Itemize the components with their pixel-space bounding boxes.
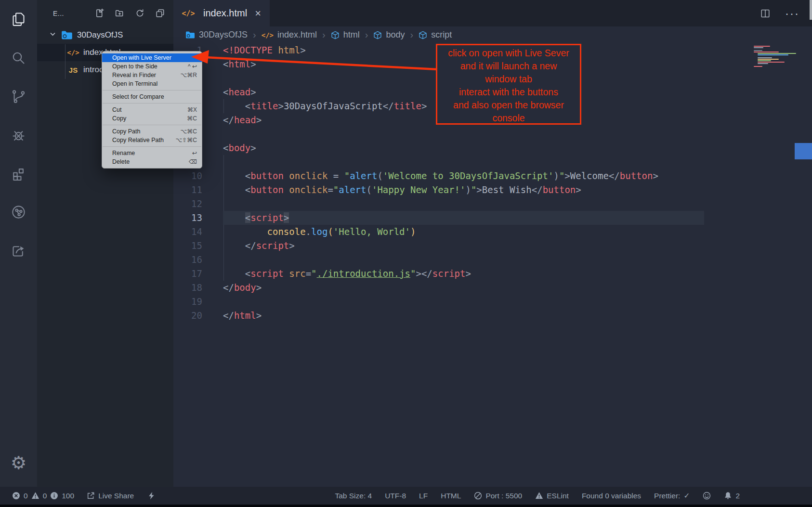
more-actions-icon[interactable]: ··· <box>785 7 799 20</box>
settings-gear-icon[interactable]: ⚙ <box>0 453 37 473</box>
annotation-line: and it will launch a new <box>437 60 580 73</box>
menu-separator <box>103 146 201 147</box>
live-share-status[interactable]: Live Share <box>87 492 134 500</box>
line-number: 19 <box>173 295 202 309</box>
breadcrumb-label: script <box>431 30 452 40</box>
feedback-status[interactable] <box>703 492 711 500</box>
breadcrumb-item-script[interactable]: script <box>419 30 452 40</box>
annotation-line: interact with the buttons <box>437 86 580 99</box>
eol-status[interactable]: LF <box>419 492 428 500</box>
extensions-icon[interactable] <box>0 154 37 193</box>
code-line-12: 12 <box>173 197 812 211</box>
tab-size-status[interactable]: Tab Size: 4 <box>335 492 372 500</box>
menu-separator <box>103 125 201 125</box>
minimap[interactable] <box>754 46 797 67</box>
code-line-18: 18</body> <box>173 281 812 295</box>
code-line-content: </html> <box>223 309 262 323</box>
menu-item-label: Rename <box>112 150 192 156</box>
line-number: 10 <box>173 169 202 183</box>
code-line-14: 14 console.log('Hello, World') <box>173 225 812 239</box>
explorer-icon[interactable] <box>0 0 37 39</box>
html-file-icon: </> <box>67 49 79 56</box>
warning-count: 0 <box>43 492 47 500</box>
code-line-9: 9 <box>173 155 812 169</box>
code-line-19: 19 <box>173 295 812 309</box>
breadcrumb-item-index-html[interactable]: </>index.html <box>262 30 317 40</box>
breadcrumb-separator: › <box>364 29 369 40</box>
minimap-line <box>758 62 785 63</box>
scrollbar-thumb[interactable] <box>810 0 812 20</box>
new-file-icon[interactable] <box>95 9 104 18</box>
menu-item-label: Select for Compare <box>112 93 197 100</box>
breadcrumb-label: 30DaysOfJS <box>199 30 248 40</box>
bell-icon <box>724 492 732 500</box>
prettier-status[interactable]: Prettier:✓ <box>654 492 690 500</box>
search-icon[interactable] <box>0 39 37 77</box>
line-number: 20 <box>173 309 202 323</box>
minimap-line <box>754 52 779 52</box>
code-line-content: </script> <box>223 239 295 253</box>
menu-item-open-with-live-server[interactable]: Open with Live Server <box>102 53 202 62</box>
code-line-content: <title>30DaysOfJavaScript</title> <box>223 99 427 113</box>
info-count: 100 <box>62 492 74 500</box>
code-line-13: 13 <script> <box>173 211 812 225</box>
collapse-folders-icon[interactable] <box>156 9 165 18</box>
menu-item-open-to-the-side[interactable]: Open to the Side^ ↩ <box>102 62 202 71</box>
tree-root-folder[interactable]: 30DaysOfJS <box>37 26 173 44</box>
split-editor-icon[interactable] <box>760 8 771 19</box>
symbol-cube-icon <box>373 31 382 39</box>
code-line-content: console.log('Hello, World') <box>223 225 416 239</box>
annotation-line: click on open with Live Sever <box>437 47 580 60</box>
variables-status[interactable]: Found 0 variables <box>582 492 641 500</box>
tab-index-html[interactable]: </> index.html × <box>173 0 270 26</box>
annotation-line: console <box>437 112 580 125</box>
menu-item-label: Copy Relative Path <box>112 137 175 143</box>
menu-item-copy[interactable]: Copy⌘C <box>102 114 202 123</box>
eslint-status[interactable]: ESLint <box>535 492 569 500</box>
menu-item-copy-relative-path[interactable]: Copy Relative Path⌥⇧⌘C <box>102 136 202 144</box>
breadcrumb-item-30daysofjs[interactable]: 30DaysOfJS <box>185 30 248 40</box>
menu-item-cut[interactable]: Cut⌘X <box>102 105 202 114</box>
check-icon: ✓ <box>683 492 690 500</box>
close-tab-icon[interactable]: × <box>255 8 261 19</box>
code-line-content: <body> <box>223 141 256 155</box>
breadcrumb-separator: › <box>409 29 414 40</box>
code-line-content: <button onclick="alert('Happy New Year!'… <box>223 183 581 197</box>
run-debug-icon[interactable] <box>0 116 37 154</box>
breadcrumb-item-html[interactable]: html <box>331 30 360 40</box>
menu-item-label: Reveal in Finder <box>112 72 181 78</box>
folder-icon <box>185 31 195 39</box>
new-folder-icon[interactable] <box>115 9 124 18</box>
line-number: 18 <box>173 281 202 295</box>
code-line-17: 17 <script src="./introduction.js"></scr… <box>173 267 812 281</box>
breadcrumb-separator: › <box>252 29 257 40</box>
menu-separator <box>103 90 201 91</box>
activity-bar: ⚙ <box>0 0 37 487</box>
code-line-content: <head> <box>223 85 256 99</box>
menu-item-shortcut: ⌥⇧⌘C <box>175 137 197 143</box>
live-share-icon[interactable] <box>0 193 37 231</box>
share-icon[interactable] <box>0 231 37 270</box>
code-line-content: </body> <box>223 281 262 295</box>
menu-item-rename[interactable]: Rename↩ <box>102 149 202 157</box>
menu-item-delete[interactable]: Delete⌫ <box>102 157 202 166</box>
notification-count: 2 <box>735 492 740 500</box>
notifications-status[interactable]: 2 <box>724 492 740 500</box>
port-status[interactable]: Port : 5500 <box>474 492 522 500</box>
menu-item-select-for-compare[interactable]: Select for Compare <box>102 92 202 101</box>
menu-item-copy-path[interactable]: Copy Path⌥⌘C <box>102 127 202 136</box>
problems-status[interactable]: 0 0 100 <box>12 492 74 500</box>
refresh-icon[interactable] <box>135 9 144 18</box>
breadcrumb-item-body[interactable]: body <box>373 30 405 40</box>
source-control-icon[interactable] <box>0 77 37 116</box>
menu-item-open-in-terminal[interactable]: Open in Terminal <box>102 79 202 88</box>
menu-item-reveal-in-finder[interactable]: Reveal in Finder⌥⌘R <box>102 71 202 79</box>
code-line-16: 16 <box>173 253 812 267</box>
language-status[interactable]: HTML <box>441 492 461 500</box>
explorer-header: E... <box>37 0 173 26</box>
minimap-line <box>758 59 779 60</box>
blocked-circle-icon <box>474 492 482 500</box>
context-menu: Open with Live ServerOpen to the Side^ ↩… <box>102 51 202 169</box>
encoding-status[interactable]: UTF-8 <box>385 492 406 500</box>
lightning-status[interactable] <box>147 492 156 500</box>
